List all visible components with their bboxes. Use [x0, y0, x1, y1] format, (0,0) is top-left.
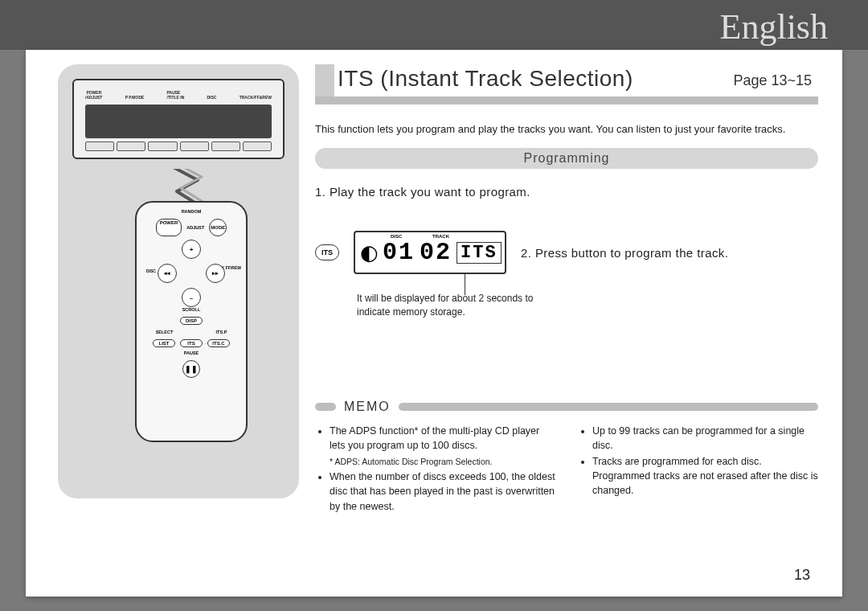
memo-item: Up to 99 tracks can be programmed for a … — [592, 424, 818, 453]
header-bar: English — [0, 0, 868, 50]
heading-underline — [315, 96, 818, 105]
heading-page-ref: Page 13~15 — [733, 72, 812, 89]
remote-lbl-random: RANDOM — [137, 209, 246, 214]
remote-btn-its: ITS — [180, 339, 203, 347]
step-2-row: ITS ◐ DISC 01 TRACK 02 ITS 2. Press butt… — [315, 231, 818, 274]
its-button-icon: ITS — [315, 244, 339, 260]
disc-spin-icon: ◐ — [360, 240, 378, 265]
device-illustration-panel: POWER /ADJUST P P.MODE PAUSE /TITLE IN D… — [58, 64, 299, 498]
intro-text: This function lets you program and play … — [315, 122, 818, 137]
memo-columns: The ADPS function* of the multi-play CD … — [315, 424, 818, 515]
display-storage-note: It will be displayed for about 2 seconds… — [357, 292, 550, 319]
hu-btn — [243, 141, 272, 151]
remote-lbl-pause: PAUSE — [137, 351, 246, 355]
content-column: ITS (Instant Track Selection) Page 13~15… — [315, 64, 818, 580]
head-unit-display — [85, 105, 272, 138]
lcd-track-label: TRACK — [432, 234, 449, 239]
car-head-unit: POWER /ADJUST P P.MODE PAUSE /TITLE IN D… — [72, 79, 285, 159]
memo-item: The ADPS function* of the multi-play CD … — [330, 424, 555, 453]
hu-label-track: TRACK/FF&REW — [240, 95, 272, 100]
language-label: English — [720, 6, 828, 47]
lcd-display: ◐ DISC 01 TRACK 02 ITS — [354, 231, 506, 274]
page-number: 13 — [794, 567, 810, 584]
heading-title: ITS (Instant Track Selection) — [338, 66, 633, 92]
hu-label-power: POWER /ADJUST — [85, 90, 102, 100]
memo-heading: MEMO — [315, 400, 818, 414]
remote-btn-itsc: ITS.C — [207, 339, 230, 347]
lcd-disc-number: 01 — [383, 239, 415, 266]
heading-accent — [315, 64, 334, 96]
remote-control: RANDOM POWER ADJUST MODE DISC TRACK FF/R… — [135, 201, 248, 442]
remote-btn-minus: – — [182, 288, 201, 307]
step-1: 1. Play the track you want to program. — [315, 185, 818, 199]
subheading-programming: Programming — [315, 148, 818, 169]
remote-btn-disp: DISP — [180, 317, 203, 325]
step-2: 2. Press button to program the track. — [521, 246, 728, 260]
lcd-disc-label: DISC — [391, 234, 402, 239]
hu-label-disc: DISC — [207, 95, 217, 100]
remote-dpad: DISC TRACK FF/REW + ◂◂ ▸▸ – — [151, 240, 231, 307]
hu-btn — [117, 141, 145, 151]
remote-lbl-adjust: ADJUST — [186, 225, 204, 230]
hu-btn — [211, 141, 240, 151]
lcd-its-indicator: ITS — [457, 242, 502, 264]
hu-btn — [148, 141, 177, 151]
remote-btn-list: LIST — [153, 339, 175, 347]
head-unit-top-labels: POWER /ADJUST P P.MODE PAUSE /TITLE IN D… — [85, 85, 272, 100]
memo-rule — [399, 403, 818, 411]
memo-bullet-icon — [315, 403, 336, 411]
manual-page: POWER /ADJUST P P.MODE PAUSE /TITLE IN D… — [26, 50, 842, 597]
remote-lbl-itsp: ITS.P — [216, 330, 227, 334]
hu-btn — [85, 141, 114, 151]
remote-btn-next: ▸▸ — [206, 264, 225, 283]
remote-btn-plus: + — [182, 240, 201, 259]
remote-lbl-scroll: SCROLL — [137, 307, 246, 312]
callout-line — [465, 274, 465, 295]
hu-label-pmode: P P.MODE — [125, 95, 145, 100]
memo-item: When the number of discs exceeds 100, th… — [330, 470, 555, 513]
head-unit-buttons — [85, 140, 272, 153]
remote-btn-power: POWER — [156, 219, 182, 236]
memo-title: MEMO — [344, 400, 391, 414]
hu-label-pause: PAUSE /TITLE IN — [167, 90, 185, 100]
section-heading: ITS (Instant Track Selection) Page 13~15 — [315, 64, 818, 105]
remote-lbl-select: SELECT — [156, 330, 174, 334]
memo-footnote: * ADPS: Automatic Disc Program Selection… — [330, 456, 555, 468]
memo-left-list: The ADPS function* of the multi-play CD … — [315, 424, 555, 515]
remote-btn-pause: ❚❚ — [182, 360, 200, 378]
remote-btn-mode: MODE — [209, 219, 227, 236]
lcd-track-number: 02 — [420, 239, 452, 266]
memo-item: Tracks are programmed for each disc. Pro… — [592, 454, 818, 498]
hu-btn — [180, 141, 209, 151]
remote-lbl-disc: DISC — [146, 269, 156, 273]
memo-right-list: Up to 99 tracks can be programmed for a … — [578, 424, 818, 515]
remote-btn-prev: ◂◂ — [158, 264, 177, 283]
